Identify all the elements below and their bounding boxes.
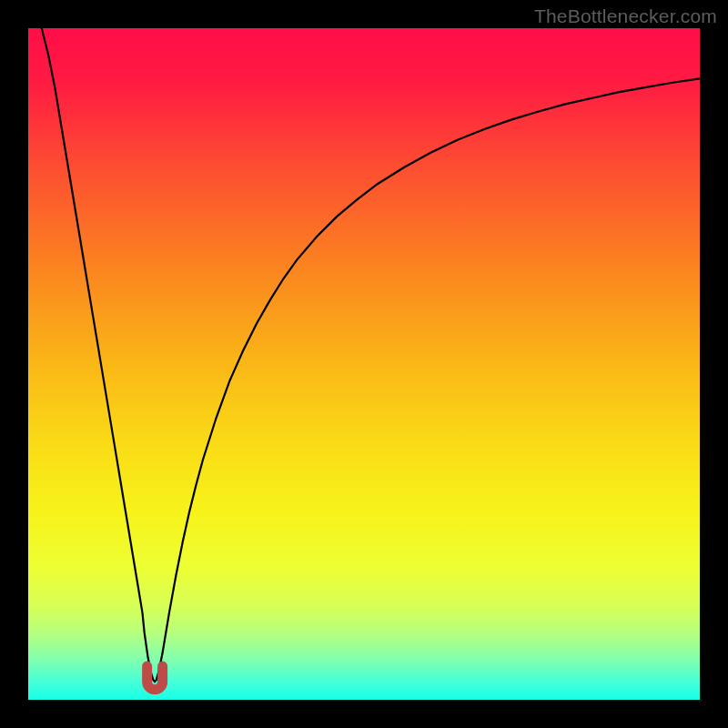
outer-frame: TheBottlenecker.com bbox=[0, 0, 728, 728]
watermark-text: TheBottlenecker.com bbox=[534, 5, 717, 27]
chart-svg bbox=[28, 28, 700, 700]
gradient-background bbox=[28, 28, 700, 700]
plot-area bbox=[28, 28, 700, 700]
